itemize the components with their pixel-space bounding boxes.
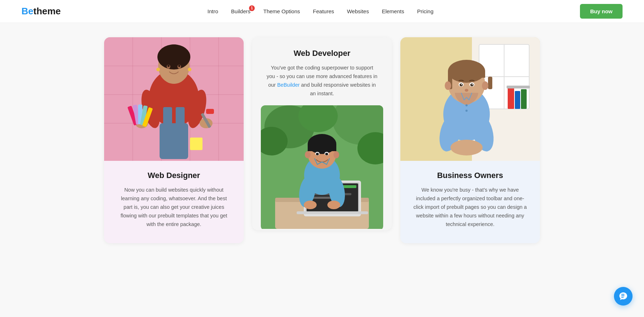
svg-point-11 <box>163 44 185 64</box>
svg-point-94 <box>465 110 468 112</box>
svg-rect-80 <box>488 77 492 89</box>
svg-rect-78 <box>448 71 485 78</box>
nav-item-websites[interactable]: Websites <box>347 8 369 15</box>
developer-card-text: You've got the coding superpower to supp… <box>267 64 377 98</box>
svg-point-15 <box>178 65 180 67</box>
developer-card-top: Web Developer You've got the coding supe… <box>252 37 392 105</box>
svg-point-17 <box>188 68 191 71</box>
business-card-text: We know you're busy - that's why we have… <box>413 186 527 229</box>
nav-link-intro[interactable]: Intro <box>208 8 218 14</box>
nav-item-theme-options[interactable]: Theme Options <box>263 8 300 15</box>
nav-item-elements[interactable]: Elements <box>382 8 404 15</box>
svg-rect-32 <box>190 138 203 150</box>
nav-link-pricing[interactable]: Pricing <box>417 8 434 14</box>
svg-rect-72 <box>507 86 530 88</box>
svg-rect-70 <box>515 91 520 109</box>
svg-rect-69 <box>508 87 514 109</box>
nav-links: Intro Builders 1 Theme Options Features … <box>208 8 434 15</box>
nav-link-builders[interactable]: Builders 1 <box>231 8 250 14</box>
svg-point-58 <box>316 153 319 155</box>
bebuilder-link[interactable]: BeBuilder <box>277 82 300 88</box>
logo-be: Be <box>21 6 33 16</box>
buy-now-button[interactable]: Buy now <box>580 4 623 19</box>
designer-card-title: Web Designer <box>117 171 231 180</box>
nav-link-features[interactable]: Features <box>313 8 334 14</box>
svg-rect-71 <box>521 89 527 109</box>
svg-point-81 <box>445 81 451 90</box>
svg-point-16 <box>156 68 160 71</box>
nav-badge-builders: 1 <box>249 5 255 11</box>
svg-point-89 <box>465 89 468 92</box>
svg-rect-28 <box>206 109 214 114</box>
svg-point-63 <box>327 201 340 209</box>
card-developer: Web Developer You've got the coding supe… <box>252 37 392 230</box>
cards-row: Web Designer Now you can build websites … <box>21 37 623 243</box>
developer-illustration <box>261 105 383 229</box>
designer-card-text: Now you can build websites quickly witho… <box>117 186 231 229</box>
svg-rect-29 <box>160 123 188 159</box>
svg-point-62 <box>304 201 317 209</box>
business-card-title: Business Owners <box>413 171 527 180</box>
logo[interactable]: Betheme <box>21 6 61 17</box>
svg-rect-53 <box>308 144 336 151</box>
svg-point-92 <box>450 140 483 155</box>
svg-point-82 <box>482 81 488 90</box>
card-designer: Web Designer Now you can build websites … <box>104 37 244 243</box>
nav-item-pricing[interactable]: Pricing <box>417 8 434 15</box>
business-card-body: Business Owners We know you're busy - th… <box>400 161 540 243</box>
designer-card-body: Web Designer Now you can build websites … <box>104 161 244 243</box>
logo-theme: theme <box>33 6 61 16</box>
nav-item-features[interactable]: Features <box>313 8 334 15</box>
developer-image-area <box>261 105 383 230</box>
nav-link-elements[interactable]: Elements <box>382 8 404 14</box>
main-content: Web Designer Now you can build websites … <box>0 23 644 317</box>
svg-point-14 <box>167 65 170 67</box>
nav-link-websites[interactable]: Websites <box>347 8 369 14</box>
navbar: Betheme Intro Builders 1 Theme Options F… <box>0 0 644 23</box>
svg-rect-31 <box>176 107 185 125</box>
nav-link-theme-options[interactable]: Theme Options <box>263 8 300 14</box>
developer-card-title: Web Developer <box>267 49 377 58</box>
chat-bubble-button[interactable] <box>614 287 633 306</box>
business-image-area <box>400 37 540 161</box>
svg-point-59 <box>325 153 328 155</box>
business-illustration <box>400 37 540 161</box>
svg-point-54 <box>305 151 311 158</box>
chat-icon <box>619 292 628 301</box>
svg-point-55 <box>333 151 339 158</box>
svg-rect-30 <box>163 107 172 125</box>
designer-image-area <box>104 37 244 161</box>
nav-item-builders[interactable]: Builders 1 <box>231 8 250 15</box>
svg-point-93 <box>465 104 468 106</box>
svg-rect-48 <box>297 211 368 214</box>
svg-point-88 <box>472 84 473 85</box>
svg-point-87 <box>461 84 462 85</box>
card-business: Business Owners We know you're busy - th… <box>400 37 540 243</box>
nav-item-intro[interactable]: Intro <box>208 8 218 15</box>
designer-illustration <box>104 37 244 161</box>
